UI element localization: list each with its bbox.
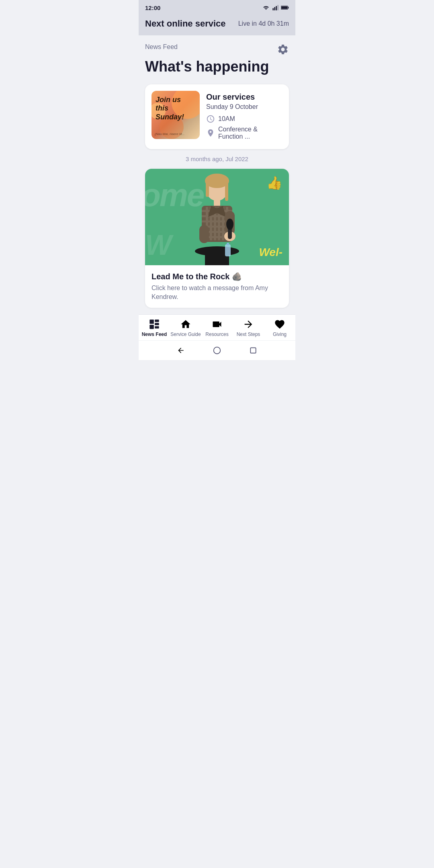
svg-rect-33 — [227, 243, 229, 245]
nav-label-giving: Giving — [273, 332, 287, 337]
resources-icon — [211, 319, 223, 330]
newsfeed-label: News Feed — [145, 43, 178, 51]
video-card[interactable]: ome W 👍 Wel- — [145, 169, 289, 308]
wifi-icon — [262, 5, 270, 10]
svg-rect-2 — [276, 6, 277, 10]
svg-rect-6 — [281, 6, 287, 9]
svg-point-39 — [214, 347, 221, 354]
status-time: 12:00 — [145, 4, 160, 11]
header-title: Next online service — [145, 18, 226, 29]
android-nav-bar — [139, 340, 295, 360]
svg-rect-38 — [155, 326, 159, 329]
main-content: News Feed What's happening Join usthisSu… — [139, 35, 295, 308]
bottom-navigation: News Feed Service Guide Resources Next S… — [139, 314, 295, 340]
signal-icon — [272, 5, 278, 10]
clock-icon — [206, 115, 215, 123]
newsfeed-header: News Feed — [145, 43, 289, 55]
service-location-text: Conference & Function ... — [218, 126, 283, 140]
service-info: Our services Sunday 9 October 10AM Confe… — [206, 91, 283, 143]
service-image-inner: Join usthisSunday! (Nau Mai, Haere M... — [151, 91, 200, 139]
svg-rect-9 — [206, 181, 209, 197]
thumbs-up-emoji: 👍 — [266, 175, 283, 190]
header-banner: Next online service Live in 4d 0h 31m — [139, 14, 295, 35]
video-bg-text-bottom: W — [145, 229, 171, 261]
service-image: Join usthisSunday! (Nau Mai, Haere M... — [151, 91, 200, 139]
person-figure — [185, 173, 249, 265]
timestamp: 3 months ago, Jul 2022 — [145, 156, 289, 162]
svg-rect-0 — [272, 8, 274, 10]
next-steps-icon — [243, 319, 254, 330]
svg-rect-37 — [155, 323, 159, 326]
nav-item-giving[interactable]: Giving — [264, 319, 295, 337]
join-us-text: Join usthisSunday! — [156, 96, 184, 122]
android-home-button[interactable] — [212, 346, 222, 355]
service-location-detail: Conference & Function ... — [206, 126, 283, 140]
nav-item-next-steps[interactable]: Next Steps — [233, 319, 264, 337]
svg-rect-10 — [225, 181, 228, 201]
service-time-text: 10AM — [218, 115, 235, 123]
svg-rect-36 — [155, 320, 159, 322]
video-description: Click here to watch a message from Amy K… — [151, 284, 283, 302]
svg-rect-35 — [149, 325, 154, 330]
svg-point-28 — [226, 219, 233, 230]
status-icons — [262, 5, 289, 10]
welcome-script-text: Wel- — [259, 246, 283, 259]
svg-rect-5 — [288, 7, 289, 8]
nav-item-resources[interactable]: Resources — [201, 319, 233, 337]
page-heading: What's happening — [145, 59, 289, 75]
service-time-detail: 10AM — [206, 115, 283, 123]
nav-item-news-feed[interactable]: News Feed — [139, 319, 170, 337]
nav-label-next-steps: Next Steps — [237, 332, 260, 337]
video-info: Lead Me to the Rock 🪨 Click here to watc… — [145, 265, 289, 308]
news-feed-icon — [149, 319, 160, 330]
battery-icon — [281, 5, 289, 10]
nav-label-news-feed: News Feed — [142, 332, 167, 337]
svg-rect-3 — [277, 5, 278, 10]
svg-rect-32 — [225, 244, 231, 256]
header-live: Live in 4d 0h 31m — [238, 20, 289, 27]
svg-rect-1 — [274, 7, 275, 10]
svg-rect-29 — [199, 225, 209, 243]
giving-icon — [274, 319, 285, 330]
service-guide-icon — [180, 319, 191, 330]
nav-label-service-guide: Service Guide — [170, 332, 201, 337]
location-icon — [206, 129, 215, 137]
settings-icon[interactable] — [277, 43, 289, 55]
svg-rect-34 — [149, 320, 154, 324]
service-title: Our services — [206, 92, 283, 102]
nav-label-resources: Resources — [205, 332, 228, 337]
android-recents-button[interactable] — [248, 346, 258, 355]
android-back-button[interactable] — [176, 346, 186, 355]
nav-item-service-guide[interactable]: Service Guide — [170, 319, 201, 337]
video-thumbnail: ome W 👍 Wel- — [145, 169, 289, 265]
video-title: Lead Me to the Rock 🪨 — [151, 272, 283, 281]
service-date: Sunday 9 October — [206, 103, 283, 111]
service-image-subtitle: (Nau Mai, Haere M... — [155, 132, 197, 136]
service-card[interactable]: Join usthisSunday! (Nau Mai, Haere M... … — [145, 84, 289, 149]
status-bar: 12:00 — [139, 0, 295, 14]
svg-rect-40 — [250, 348, 256, 353]
